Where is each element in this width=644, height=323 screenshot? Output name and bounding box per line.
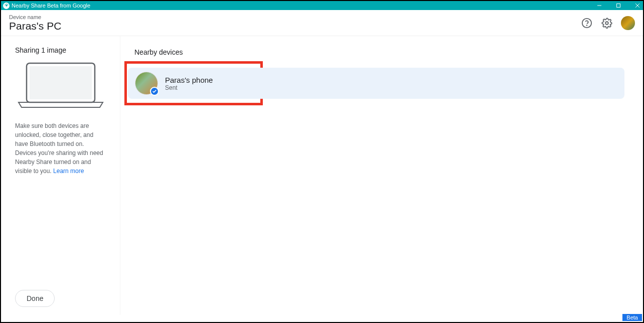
- window-title: Nearby Share Beta from Google: [12, 3, 90, 9]
- main-content: Nearby devices Paras's phone Sent: [120, 36, 643, 315]
- laptop-illustration: [17, 61, 105, 111]
- svg-rect-9: [30, 66, 92, 99]
- nearby-devices-title: Nearby devices: [134, 48, 629, 56]
- device-row[interactable]: Paras's phone Sent: [128, 68, 624, 99]
- beta-badge: Beta: [622, 314, 642, 321]
- sent-check-icon: [150, 87, 159, 96]
- device-name-label: Device name: [9, 14, 61, 20]
- svg-point-0: [6, 5, 7, 6]
- learn-more-link[interactable]: Learn more: [53, 168, 84, 175]
- titlebar: Nearby Share Beta from Google: [1, 1, 643, 10]
- sidebar: Sharing 1 image Make sure both devices a…: [1, 36, 120, 315]
- app-icon: [3, 3, 10, 9]
- sharing-title: Sharing 1 image: [15, 46, 106, 54]
- help-text: Make sure both devices are unlocked, clo…: [15, 121, 106, 176]
- svg-point-7: [605, 22, 608, 25]
- close-button[interactable]: [634, 2, 641, 9]
- device-name-label: Paras's phone: [165, 76, 213, 84]
- device-status: Sent: [165, 84, 213, 91]
- header: Device name Paras's PC: [1, 10, 643, 36]
- device-name: Paras's PC: [9, 20, 61, 32]
- svg-point-6: [587, 25, 587, 26]
- help-icon[interactable]: [581, 17, 593, 29]
- done-button[interactable]: Done: [15, 290, 55, 307]
- highlight-annotation: Paras's phone Sent: [124, 61, 263, 105]
- settings-icon[interactable]: [601, 17, 613, 29]
- profile-avatar[interactable]: [621, 16, 635, 30]
- minimize-button[interactable]: [596, 2, 603, 9]
- maximize-button[interactable]: [615, 2, 622, 9]
- svg-rect-2: [617, 4, 620, 8]
